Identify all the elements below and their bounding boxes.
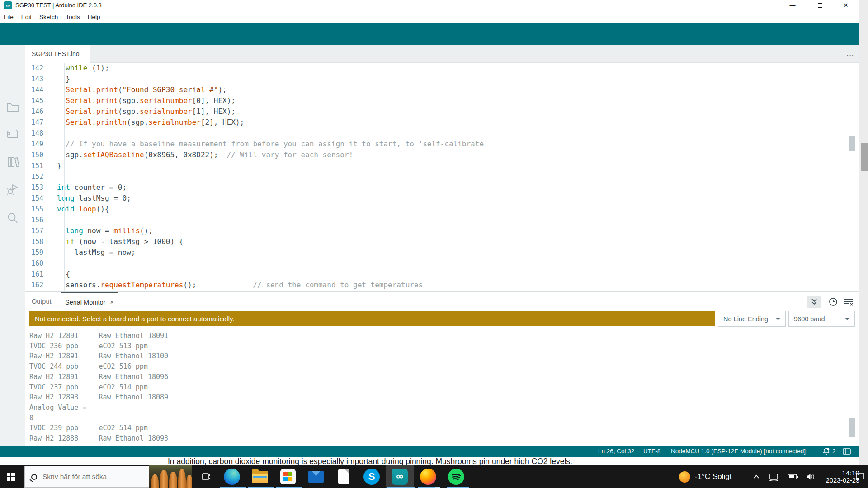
code-line[interactable]: 145 Serial.print(sgp.serialnumber[0], HE… — [25, 95, 859, 106]
menu-help[interactable]: Help — [88, 14, 100, 20]
code-line[interactable]: 143 } — [25, 74, 859, 84]
tab-output[interactable]: Output — [32, 292, 52, 311]
menu-edit[interactable]: Edit — [21, 14, 32, 20]
board-status[interactable]: NodeMCU 1.0 (ESP-12E Module) [not connec… — [671, 446, 806, 457]
sketchbook-icon[interactable] — [6, 100, 19, 114]
notification-bubble-icon — [854, 472, 865, 482]
cursor-position[interactable]: Ln 26, Col 32 — [598, 446, 634, 457]
clock[interactable]: 14:10 2023-02-25 — [821, 465, 859, 488]
tab-sgp30-test-ino[interactable]: SGP30 TEST.ino — [25, 45, 90, 63]
tray-volume[interactable] — [806, 465, 816, 488]
tray-tablet-mode[interactable] — [769, 465, 779, 488]
library-manager-icon[interactable] — [6, 155, 19, 169]
debug-sidebar-icon[interactable] — [6, 183, 19, 197]
taskbar-document-button[interactable] — [333, 465, 354, 488]
background-browser-scrollbar-thumb[interactable] — [861, 143, 868, 171]
code-line[interactable]: 146 Serial.print(sgp.serialnumber[1], HE… — [25, 106, 859, 117]
code-text: Serial.print(sgp.serialnumber[0], HEX); — [51, 95, 236, 106]
start-button[interactable] — [0, 465, 22, 488]
tray-battery[interactable] — [788, 465, 799, 488]
line-number: 159 — [25, 247, 51, 258]
notifications-bell-icon[interactable] — [822, 447, 830, 455]
tab-overflow-button[interactable]: ... — [842, 45, 859, 63]
close-tab-icon[interactable]: × — [110, 293, 113, 312]
code-text: int counter = 0; — [51, 182, 127, 193]
search-sidebar-icon[interactable] — [6, 211, 19, 225]
code-line[interactable]: 159 lastMsg = now; — [25, 247, 859, 258]
code-editor[interactable]: 142 while (1);143 }144 Serial.print("Fou… — [25, 63, 859, 291]
serial-monitor-output: Raw H2 12891 Raw Ethanol 18091TVOC 236 p… — [29, 331, 168, 444]
line-number: 153 — [25, 182, 51, 193]
code-line[interactable]: 160 — [25, 258, 859, 269]
serial-output-line: Analog Value = — [29, 403, 168, 413]
line-ending-select[interactable]: No Line Ending — [718, 311, 786, 327]
code-line[interactable]: 161 { — [25, 269, 859, 280]
double-chevron-down-icon — [810, 298, 818, 306]
taskbar-skype-button[interactable]: S — [361, 465, 382, 488]
code-line[interactable]: 150 sgp.setIAQBaseline(0x8965, 0x8D22); … — [25, 150, 859, 160]
code-line[interactable]: 149 // If you have a baseline measuremen… — [25, 139, 859, 150]
code-line[interactable]: 144 Serial.print("Found SGP30 serial #")… — [25, 84, 859, 95]
tab-serial-monitor[interactable]: Serial Monitor× — [61, 292, 118, 311]
menu-file[interactable]: File — [4, 14, 14, 20]
arduino-app-icon: ∞ — [392, 469, 408, 485]
serial-output-line: Raw H2 12893 Raw Ethanol 18089 — [29, 392, 168, 403]
code-text: Serial.print("Found SGP30 serial #"); — [51, 84, 227, 95]
encoding[interactable]: UTF-8 — [643, 446, 660, 457]
minimize-button[interactable]: — — [782, 0, 803, 11]
code-line[interactable]: 147 Serial.println(sgp.serialnumber[2], … — [25, 117, 859, 128]
time: 14:10 — [821, 469, 859, 477]
code-line[interactable]: 155void loop(){ — [25, 204, 859, 215]
code-line[interactable]: 153int counter = 0; — [25, 182, 859, 193]
menu-tools[interactable]: Tools — [66, 14, 80, 20]
close-button[interactable]: ✕ — [835, 0, 856, 11]
taskbar-store-button[interactable] — [277, 465, 299, 488]
toggle-panel-icon[interactable] — [843, 448, 851, 455]
maximize-button[interactable] — [810, 0, 830, 11]
clock-icon — [829, 297, 838, 306]
taskbar-firefox-button[interactable] — [417, 465, 439, 488]
taskbar-search[interactable] — [24, 466, 150, 488]
taskbar-explorer-button[interactable] — [249, 465, 271, 488]
battery-icon — [788, 473, 799, 480]
weather-widget[interactable]: -1°C Soligt — [679, 465, 731, 488]
arduino-logo-icon: ∞ — [4, 1, 12, 9]
tray-expand-button[interactable] — [752, 465, 760, 488]
line-number: 143 — [25, 74, 51, 84]
code-line[interactable]: 151} — [25, 160, 859, 171]
date: 2023-02-25 — [821, 477, 859, 484]
editor-scrollbar-thumb[interactable] — [849, 136, 855, 151]
code-text — [51, 258, 57, 269]
maximize-icon — [818, 3, 822, 8]
code-line[interactable]: 158 if (now - lastMsg > 1000) { — [25, 236, 859, 247]
taskbar-arduino-button[interactable]: ∞ — [389, 465, 410, 488]
baud-rate-select[interactable]: 9600 baud — [788, 311, 855, 327]
code-line[interactable]: 142 while (1); — [25, 63, 859, 74]
collapse-panel-button[interactable] — [807, 296, 821, 308]
code-line[interactable]: 157 long now = millis(); — [25, 225, 859, 236]
code-line[interactable]: 156 — [25, 215, 859, 225]
action-center-button[interactable] — [854, 465, 865, 488]
serial-scrollbar-thumb[interactable] — [849, 418, 855, 437]
menu-sketch[interactable]: Sketch — [39, 14, 58, 20]
code-text: long now = millis(); — [51, 225, 153, 236]
document-icon — [338, 469, 349, 484]
clear-output-button[interactable] — [842, 296, 855, 308]
timestamp-toggle-button[interactable] — [826, 296, 840, 308]
taskbar-spotify-button[interactable] — [445, 465, 467, 488]
notification-count: 2 — [832, 446, 836, 457]
search-input[interactable] — [42, 473, 133, 481]
taskbar-mail-button[interactable] — [305, 465, 327, 488]
code-line[interactable]: 152 — [25, 171, 859, 182]
line-number: 156 — [25, 215, 51, 225]
taskbar-edge-button[interactable] — [221, 465, 243, 488]
tablet-icon — [769, 472, 779, 481]
serial-output-line: TVOC 237 ppb eCO2 514 ppm — [29, 382, 168, 393]
code-line[interactable]: 154long lastMsg = 0; — [25, 193, 859, 204]
windows-logo-icon — [7, 473, 15, 481]
code-line[interactable]: 162 sensors.requestTemperatures(); // se… — [25, 280, 859, 291]
task-view-button[interactable] — [195, 465, 217, 488]
code-line[interactable]: 148 — [25, 128, 859, 139]
news-widget-thumbnail[interactable] — [149, 465, 192, 488]
boards-manager-icon[interactable] — [6, 127, 19, 141]
